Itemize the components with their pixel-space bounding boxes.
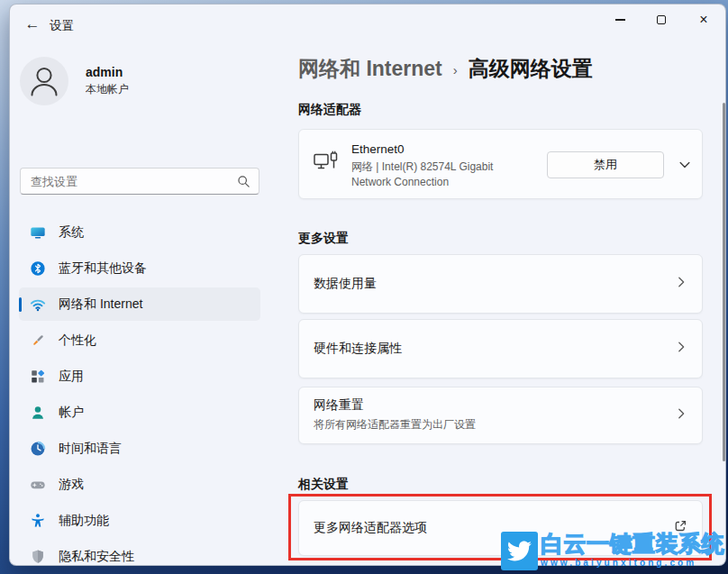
section-heading-adapters: 网络适配器 <box>298 102 361 118</box>
sidebar-item-gaming[interactable]: 游戏 <box>19 468 260 501</box>
sidebar-item-label: 个性化 <box>59 333 96 349</box>
search-icon <box>237 175 250 192</box>
section-heading-related: 相关设置 <box>298 477 349 493</box>
disable-button[interactable]: 禁用 <box>547 151 664 178</box>
ethernet-icon <box>313 150 340 177</box>
watermark-url: www.baiyunxitong.com <box>541 558 724 568</box>
sidebar: admin 本地帐户 系统 蓝牙和其他设备 网络和 Internet <box>10 46 289 566</box>
account-icon <box>30 405 46 421</box>
sidebar-item-personalization[interactable]: 个性化 <box>19 323 260 357</box>
search-input[interactable] <box>21 169 259 194</box>
sidebar-nav: 系统 蓝牙和其他设备 网络和 Internet 个性化 应用 <box>19 215 260 566</box>
sidebar-item-label: 辅助功能 <box>59 513 109 529</box>
breadcrumb-parent[interactable]: 网络和 Internet <box>298 55 442 83</box>
system-icon <box>30 224 46 241</box>
chevron-separator-icon: › <box>453 62 458 77</box>
adapter-name: Ethernet0 <box>351 142 405 156</box>
row-label: 硬件和连接属性 <box>314 341 402 357</box>
gamepad-icon <box>30 477 46 493</box>
apps-icon <box>30 369 46 385</box>
accessibility-icon <box>30 513 46 529</box>
back-button[interactable]: ← <box>21 14 44 35</box>
sidebar-item-label: 应用 <box>59 369 84 385</box>
window-title: 设置 <box>50 18 74 34</box>
data-usage-row[interactable]: 数据使用量 <box>298 254 703 314</box>
sidebar-item-time-language[interactable]: 时间和语言 <box>19 432 260 465</box>
person-icon <box>21 58 68 105</box>
scrollbar[interactable] <box>723 103 725 461</box>
watermark-text: 白云一键重装系统 www.baiyunxitong.com <box>541 532 724 570</box>
chevron-right-icon <box>675 276 687 292</box>
sidebar-item-label: 网络和 Internet <box>59 296 142 313</box>
sidebar-item-privacy[interactable]: 隐私和安全性 <box>19 540 260 566</box>
adapter-card: Ethernet0 网络 | Intel(R) 82574L Gigabit N… <box>298 129 703 199</box>
sidebar-item-label: 游戏 <box>59 477 84 493</box>
search-box <box>20 168 259 195</box>
watermark: 白云一键重装系统 www.baiyunxitong.com <box>501 532 724 570</box>
hardware-properties-row[interactable]: 硬件和连接属性 <box>298 319 703 378</box>
row-label: 更多网络适配器选项 <box>314 520 427 536</box>
avatar[interactable] <box>20 57 68 105</box>
shield-icon <box>30 549 46 565</box>
selected-accent-bar <box>19 297 22 312</box>
sidebar-item-label: 隐私和安全性 <box>59 549 134 565</box>
brush-icon <box>30 333 46 349</box>
sidebar-item-system[interactable]: 系统 <box>19 215 260 249</box>
sidebar-item-bluetooth[interactable]: 蓝牙和其他设备 <box>19 251 260 285</box>
watermark-brand: 白云一键重装系统 <box>541 532 724 556</box>
sidebar-item-label: 帐户 <box>59 405 84 421</box>
clock-icon <box>30 441 46 457</box>
sidebar-item-accessibility[interactable]: 辅助功能 <box>19 504 260 537</box>
sidebar-item-label: 时间和语言 <box>59 441 122 457</box>
sidebar-item-accounts[interactable]: 帐户 <box>19 396 260 429</box>
network-reset-row[interactable]: 网络重置 将所有网络适配器重置为出厂设置 <box>298 387 703 444</box>
row-label: 数据使用量 <box>314 276 377 292</box>
adapter-description: 网络 | Intel(R) 82574L Gigabit Network Con… <box>351 159 527 189</box>
section-heading-more: 更多设置 <box>298 231 349 247</box>
chevron-right-icon <box>675 407 687 424</box>
row-label: 网络重置 <box>314 397 364 414</box>
twitter-bird-icon <box>501 532 538 570</box>
sidebar-item-apps[interactable]: 应用 <box>19 360 260 393</box>
settings-window: ← 设置 × admin 本地帐户 系统 蓝牙和其他设备 <box>9 4 726 566</box>
sidebar-item-label: 系统 <box>59 224 84 241</box>
breadcrumb: 网络和 Internet › 高级网络设置 <box>298 55 593 83</box>
page-title: 高级网络设置 <box>469 55 593 83</box>
user-name: admin <box>86 65 123 79</box>
user-account-type: 本地帐户 <box>86 82 129 97</box>
sidebar-item-network[interactable]: 网络和 Internet <box>19 287 260 321</box>
sidebar-item-label: 蓝牙和其他设备 <box>59 260 147 277</box>
bluetooth-icon <box>30 260 46 277</box>
chevron-down-icon[interactable] <box>678 158 692 176</box>
chevron-right-icon <box>675 341 687 357</box>
row-sublabel: 将所有网络适配器重置为出厂设置 <box>314 417 476 433</box>
back-icon: ← <box>25 15 41 33</box>
wifi-icon <box>30 296 46 313</box>
main-content: 网络和 Internet › 高级网络设置 网络适配器 Ethernet0 网络… <box>298 5 703 566</box>
